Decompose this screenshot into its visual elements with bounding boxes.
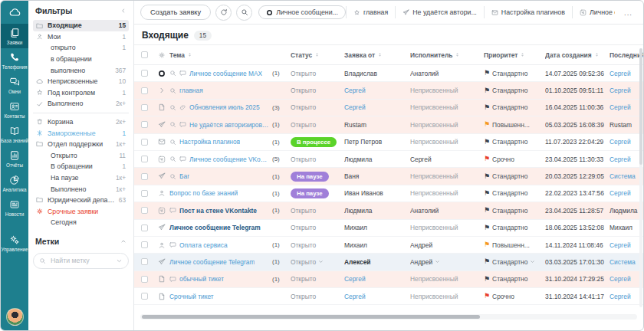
last-reply-cell[interactable]: Сергей xyxy=(610,138,643,146)
rail-item-telefoniya[interactable]: Телефония xyxy=(1,48,28,73)
priority-cell[interactable]: ⚑Стандартно xyxy=(484,258,545,266)
priority-cell[interactable]: ⚑Стандартно xyxy=(484,70,545,77)
ticket-row[interactable]: обычный тикет(1)ОткрытоСергейНеприсвоенн… xyxy=(134,271,643,288)
assignee-cell[interactable]: Неприсвоенный xyxy=(410,138,484,146)
ticket-subject-link[interactable]: Личное сообщение Telegram xyxy=(169,224,261,231)
priority-cell[interactable]: ⚑Повышенн... xyxy=(484,121,545,129)
ticket-tab-1[interactable]: Личное сообщени... xyxy=(258,5,346,19)
search-button[interactable] xyxy=(236,5,252,21)
ticket-row[interactable]: Оплата сервиса(1)ОткрытоМихаилАндрей⚑Пов… xyxy=(134,237,643,254)
column-header-subject[interactable]: Тема xyxy=(169,51,272,59)
last-reply-cell[interactable]: Сергей xyxy=(610,189,643,197)
priority-cell[interactable]: ⚑Стандартно xyxy=(484,207,545,215)
last-reply-cell[interactable]: Сергей xyxy=(610,70,643,77)
status-cell[interactable]: Открыто xyxy=(291,207,344,215)
assignee-cell[interactable]: Неприсвоенный xyxy=(410,293,484,300)
requester-cell[interactable]: Сергей xyxy=(344,87,410,94)
filter-item[interactable]: Срочные заявки xyxy=(33,206,129,218)
filter-item[interactable]: Замороженные1 xyxy=(33,127,129,139)
requester-cell[interactable]: Сергей xyxy=(344,103,410,111)
priority-cell[interactable]: ⚑Стандартно xyxy=(484,87,545,94)
ticket-subject-link[interactable]: Вопрос по базе знаний xyxy=(169,189,238,197)
priority-cell[interactable]: ⚑Стандартно xyxy=(484,172,545,180)
ticket-subject-link[interactable]: Личное сообщение VKontakte xyxy=(189,156,269,163)
horizontal-scrollbar[interactable] xyxy=(140,314,637,320)
row-checkbox[interactable] xyxy=(141,173,148,180)
status-cell[interactable]: Открыто xyxy=(291,156,344,163)
status-dropdown-icon[interactable] xyxy=(318,259,324,264)
assignee-cell[interactable]: Неприсвоенный xyxy=(410,103,484,111)
filter-item[interactable]: Отдел поддержки1к+ xyxy=(33,139,129,150)
chat-icon[interactable] xyxy=(169,207,176,214)
chat-icon[interactable] xyxy=(179,156,186,162)
search-icon[interactable] xyxy=(169,87,176,94)
row-checkbox[interactable] xyxy=(141,70,148,77)
last-reply-cell[interactable]: Система xyxy=(610,172,643,180)
row-checkbox[interactable] xyxy=(141,190,148,197)
search-icon[interactable] xyxy=(169,139,176,146)
status-cell[interactable]: На паузе xyxy=(291,188,344,198)
ticket-row[interactable]: Вопрос по базе знаний(1)На паузеИван Ива… xyxy=(134,185,643,202)
ticket-subject-link[interactable]: Личное сообщение Telegram xyxy=(169,258,255,266)
priority-cell[interactable]: ⚑Стандартно xyxy=(484,103,545,111)
ticket-row[interactable]: Личное сообщение TelegramОткрытоМихаилНе… xyxy=(134,220,643,237)
last-reply-cell[interactable]: Система xyxy=(610,258,643,266)
ticket-subject-link[interactable]: Обновления июль 2025 xyxy=(189,103,260,111)
search-icon[interactable] xyxy=(169,173,176,180)
status-cell[interactable]: Открыто xyxy=(291,103,344,111)
ticket-row[interactable]: Обновления июль 2025(3)ОткрытоСергейНепр… xyxy=(134,100,643,116)
last-reply-cell[interactable]: Сергей xyxy=(610,156,643,163)
ticket-row[interactable]: главнаяОткрытоСергейНеприсвоенный⚑Станда… xyxy=(134,82,643,99)
requester-cell[interactable]: Сергей xyxy=(344,293,410,300)
row-checkbox[interactable] xyxy=(141,224,148,231)
rail-item-baza-znaniy[interactable]: База знаний xyxy=(1,122,28,146)
ticket-tab-2[interactable]: главная xyxy=(346,6,395,18)
column-header-created[interactable]: Дата создания xyxy=(545,51,610,59)
rail-item-upravlenie[interactable]: Управление xyxy=(1,231,28,255)
status-cell[interactable]: Открыто xyxy=(291,87,344,94)
priority-cell[interactable]: ⚑Стандартно xyxy=(484,224,545,231)
ticket-subject-link[interactable]: Настройка плагинов xyxy=(179,138,240,146)
vertical-scrollbar[interactable] xyxy=(639,48,642,307)
filter-item[interactable]: Входящие15 xyxy=(33,20,129,31)
row-checkbox[interactable] xyxy=(141,207,148,214)
ticket-row[interactable]: Срочный тикетОткрытоСергейНеприсвоенный⚑… xyxy=(134,288,643,305)
status-cell[interactable]: Открыто xyxy=(291,70,344,77)
filter-item[interactable]: На паузе1к+ xyxy=(33,172,129,184)
priority-cell[interactable]: ⚑Срочно xyxy=(484,293,545,300)
row-checkbox[interactable] xyxy=(141,276,148,283)
row-checkbox[interactable] xyxy=(141,258,148,265)
assignee-cell[interactable]: Андрей xyxy=(410,258,484,266)
last-reply-cell[interactable]: Сергей xyxy=(610,241,643,249)
ticket-row[interactable]: Личное сообщение VKontakte(5)ОткрытоЛюдм… xyxy=(134,151,643,168)
assignee-cell[interactable]: Неприсвоенный xyxy=(410,224,484,231)
row-checkbox[interactable] xyxy=(141,121,148,128)
ticket-subject-link[interactable]: Не удаётся авторизироваться xyxy=(189,121,269,129)
status-cell[interactable]: Открыто xyxy=(291,258,344,266)
rail-item-omni[interactable]: Омни xyxy=(1,73,28,97)
column-header-last[interactable]: Последний ответ xyxy=(610,51,643,59)
chat-icon[interactable] xyxy=(179,70,186,77)
ticket-tab-3[interactable]: Не удаётся автори... xyxy=(395,6,484,18)
filter-item[interactable]: В обращении1 xyxy=(33,161,129,172)
ticket-subject-link[interactable]: Баг xyxy=(179,172,189,180)
chat-icon[interactable] xyxy=(179,121,186,128)
status-cell[interactable]: Открыто xyxy=(291,121,344,129)
rail-item-kontakty[interactable]: Контакты xyxy=(1,97,28,122)
priority-cell[interactable]: ⚑Стандартно xyxy=(484,189,545,197)
chat-icon[interactable] xyxy=(169,276,176,283)
column-header-priority[interactable]: Приоритет xyxy=(484,51,545,59)
priority-cell[interactable]: ⚑Срочно xyxy=(484,156,545,163)
filter-item[interactable]: Выполнено2к+ xyxy=(33,98,129,110)
search-icon[interactable] xyxy=(169,156,176,162)
ticket-row[interactable]: Баг(1)На паузеВаняНеприсвоенный⚑Стандарт… xyxy=(134,168,643,185)
status-cell[interactable]: Открыто xyxy=(291,275,344,283)
assignee-cell[interactable]: Андрей xyxy=(410,241,484,249)
column-settings-icon[interactable] xyxy=(154,51,169,59)
ticket-subject-link[interactable]: Срочный тикет xyxy=(169,293,214,300)
rail-item-novosti[interactable]: Новости xyxy=(1,195,28,220)
ticket-row[interactable]: Личное сообщение MAX(1)ОткрытоВладиславА… xyxy=(134,65,643,82)
status-cell[interactable]: На паузе xyxy=(291,172,344,182)
filter-item[interactable]: Мои1 xyxy=(33,31,129,43)
row-checkbox[interactable] xyxy=(141,139,148,146)
